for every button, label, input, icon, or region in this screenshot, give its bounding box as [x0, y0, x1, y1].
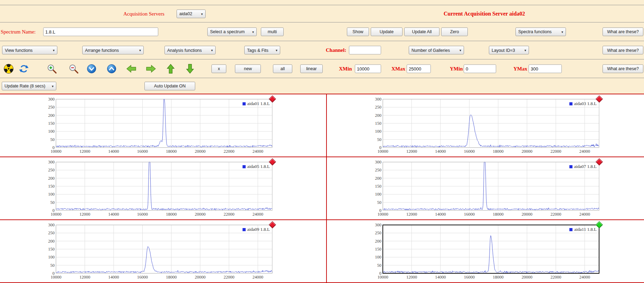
svg-text:50: 50: [50, 137, 55, 142]
number-of-galleries-dropdown[interactable]: Number of Galleries ▾: [409, 46, 464, 55]
current-server-text: Current Acquisition Server aida02: [444, 11, 525, 17]
auto-update-button[interactable]: Auto Update ON: [144, 82, 195, 90]
number-of-galleries-label: Number of Galleries: [411, 48, 450, 53]
new-button[interactable]: new: [235, 64, 261, 73]
what-are-these-button-2[interactable]: What are these?: [603, 46, 643, 55]
pan-up-icon[interactable]: [106, 63, 117, 74]
svg-text:20000: 20000: [195, 275, 206, 280]
linear-button[interactable]: linear: [300, 64, 323, 73]
zero-button[interactable]: Zero: [441, 27, 468, 36]
spectrum-name-input[interactable]: [43, 27, 158, 36]
svg-text:150: 150: [48, 121, 55, 126]
spectrum-panel-aida09[interactable]: 1000012000140001600018000200002200024000…: [0, 220, 327, 283]
svg-text:20000: 20000: [522, 275, 532, 280]
update-button[interactable]: Update: [371, 27, 402, 36]
svg-text:100: 100: [375, 129, 381, 134]
spectrum-plot-aida07[interactable]: 1000012000140001600018000200002200024000…: [372, 159, 605, 218]
svg-text:14000: 14000: [108, 275, 119, 280]
chevron-down-icon: ▾: [252, 30, 254, 34]
svg-text:0: 0: [53, 145, 55, 150]
svg-text:22000: 22000: [550, 212, 561, 217]
toolbar-row: x new all linear XMin XMax YMin YMax Wha…: [0, 59, 644, 78]
spectrum-panel-aida07[interactable]: 1000012000140001600018000200002200024000…: [327, 157, 644, 220]
view-functions-dropdown[interactable]: View functions ▾: [2, 46, 57, 55]
svg-text:150: 150: [375, 247, 381, 252]
acquisition-servers-label: Acquisition Servers: [123, 11, 164, 17]
chevron-down-icon: ▾: [211, 48, 213, 52]
spectrum-plot-aida11[interactable]: 1000012000140001600018000200002200024000…: [372, 222, 605, 281]
spectrum-panel-aida03[interactable]: 1000012000140001600018000200002200024000…: [327, 94, 644, 157]
svg-text:50: 50: [377, 200, 382, 205]
svg-text:16000: 16000: [464, 149, 475, 154]
spectra-functions-label: Spectra functions: [518, 29, 552, 34]
channel-label: Channel:: [326, 47, 346, 53]
svg-text:250: 250: [375, 230, 381, 235]
svg-text:22000: 22000: [550, 149, 561, 154]
view-functions-label: View functions: [5, 48, 32, 53]
arrow-down-icon[interactable]: [184, 63, 196, 74]
show-button[interactable]: Show: [347, 27, 369, 36]
spectrum-panel-aida11[interactable]: 1000012000140001600018000200002200024000…: [327, 220, 644, 283]
zoom-out-icon[interactable]: [68, 63, 79, 74]
channel-input[interactable]: [349, 46, 381, 55]
pan-down-icon[interactable]: [86, 63, 97, 74]
x-axis-button[interactable]: x: [211, 64, 226, 73]
svg-text:250: 250: [48, 168, 55, 172]
functions-row: View functions ▾ Arrange functions ▾ Ana…: [0, 41, 644, 59]
xmax-input[interactable]: [407, 64, 431, 73]
svg-text:24000: 24000: [253, 149, 263, 154]
svg-text:12000: 12000: [79, 149, 90, 154]
select-spectrum-dropdown[interactable]: Select a spectrum ▾: [207, 27, 257, 36]
what-are-these-button-1[interactable]: What are these?: [603, 27, 643, 36]
spectrum-panel-aida05[interactable]: 1000012000140001600018000200002200024000…: [0, 157, 327, 220]
analysis-functions-dropdown[interactable]: Analysis functions ▾: [164, 46, 216, 55]
chart-area-aida11: 1000012000140001600018000200002200024000…: [372, 222, 605, 282]
svg-text:18000: 18000: [493, 275, 503, 280]
acquisition-server-select[interactable]: aida02 ▾: [177, 9, 206, 18]
tags-fits-dropdown[interactable]: Tags & Fits ▾: [244, 46, 280, 55]
svg-text:100: 100: [375, 255, 381, 260]
ymax-label: YMax: [513, 66, 527, 72]
svg-text:300: 300: [375, 97, 381, 102]
svg-text:12000: 12000: [406, 275, 417, 280]
svg-text:24000: 24000: [579, 275, 590, 280]
what-are-these-button-3[interactable]: What are these?: [603, 64, 643, 73]
spectrum-plot-aida01[interactable]: 1000012000140001600018000200002200024000…: [46, 96, 278, 155]
arrange-functions-dropdown[interactable]: Arrange functions ▾: [82, 46, 144, 55]
update-all-button[interactable]: Update All: [404, 27, 439, 36]
arrow-right-icon[interactable]: [145, 63, 157, 74]
svg-text:16000: 16000: [137, 275, 148, 280]
spectrum-plot-aida09[interactable]: 1000012000140001600018000200002200024000…: [46, 222, 278, 281]
svg-text:12000: 12000: [79, 275, 90, 280]
svg-text:300: 300: [375, 223, 381, 227]
svg-text:14000: 14000: [435, 149, 446, 154]
control-header: Acquisition Servers aida02 ▾ Current Acq…: [0, 0, 644, 94]
svg-text:18000: 18000: [166, 212, 177, 217]
svg-text:22000: 22000: [224, 275, 234, 280]
xmin-input[interactable]: [355, 64, 381, 73]
spectrum-plot-aida03[interactable]: 1000012000140001600018000200002200024000…: [372, 96, 605, 155]
chevron-down-icon: ▾: [561, 30, 563, 34]
ymax-input[interactable]: [529, 64, 562, 73]
layout-id-dropdown[interactable]: Layout ID=3 ▾: [489, 46, 529, 55]
spectrum-viewer: Acquisition Servers aida02 ▾ Current Acq…: [0, 0, 644, 283]
update-rate-dropdown[interactable]: Update Rate (8 secs) ▾: [2, 82, 56, 90]
svg-text:20000: 20000: [195, 149, 206, 154]
zoom-in-icon[interactable]: [46, 63, 57, 74]
svg-text:22000: 22000: [224, 149, 234, 154]
radiation-icon[interactable]: [3, 63, 14, 74]
spectrum-plot-aida05[interactable]: 1000012000140001600018000200002200024000…: [46, 159, 278, 218]
arrow-left-icon[interactable]: [126, 63, 137, 74]
ymin-input[interactable]: [464, 64, 496, 73]
svg-text:18000: 18000: [166, 275, 177, 280]
svg-text:16000: 16000: [137, 212, 148, 217]
svg-text:100: 100: [48, 192, 55, 197]
svg-text:300: 300: [48, 223, 55, 227]
multi-button[interactable]: multi: [261, 27, 284, 36]
refresh-icon[interactable]: [18, 63, 29, 74]
spectrum-panel-aida01[interactable]: 1000012000140001600018000200002200024000…: [0, 94, 327, 157]
arrow-up-icon[interactable]: [165, 63, 176, 74]
all-button[interactable]: all: [273, 64, 292, 73]
spectra-functions-dropdown[interactable]: Spectra functions ▾: [515, 27, 566, 36]
chevron-down-icon: ▾: [53, 48, 55, 52]
